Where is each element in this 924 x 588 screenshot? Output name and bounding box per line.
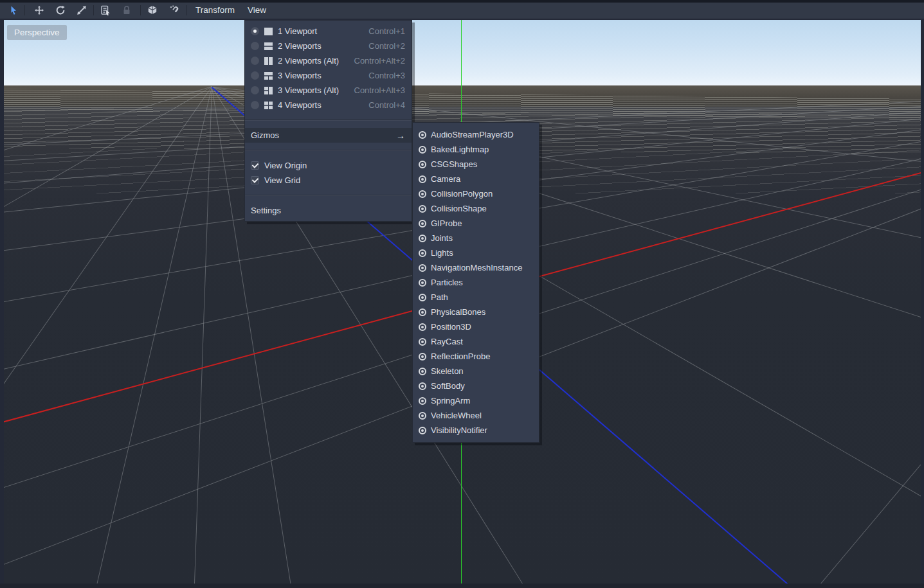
layout-1-viewport-icon <box>264 27 273 36</box>
gizmo-item[interactable]: Particles <box>413 275 539 290</box>
menu-item-label: View Grid <box>264 175 405 185</box>
gizmo-item-label: CollisionPolygon <box>431 189 493 199</box>
godot-3d-editor: { "toolbar": { "icons": ["select-tool","… <box>0 0 924 588</box>
transform-menu-button[interactable]: Transform <box>192 3 239 19</box>
group-cube-icon[interactable] <box>147 4 158 16</box>
visibility-icon <box>419 190 426 198</box>
menu-item-gizmos[interactable]: Gizmos → <box>245 128 412 143</box>
menu-item-view-origin[interactable]: View Origin <box>245 158 412 173</box>
gizmo-item[interactable]: Camera <box>413 172 539 186</box>
menu-shortcut: Control+Alt+3 <box>354 85 406 95</box>
gizmo-item[interactable]: GIProbe <box>413 216 539 231</box>
gizmo-item-label: Particles <box>431 278 463 287</box>
radio-icon <box>251 71 259 80</box>
gizmo-item-label: Lights <box>431 248 453 258</box>
gizmo-item-label: ReflectionProbe <box>431 352 491 361</box>
layout-2-viewports-icon <box>264 42 273 51</box>
radio-icon <box>251 101 259 109</box>
visibility-icon <box>419 249 426 257</box>
gizmo-item-label: Skeleton <box>431 366 464 376</box>
gizmo-item[interactable]: AudioStreamPlayer3D <box>413 127 539 142</box>
gizmo-item-label: PhysicalBones <box>431 307 485 317</box>
visibility-icon <box>419 412 426 420</box>
gizmo-item[interactable]: VisibilityNotifier <box>413 423 539 438</box>
visibility-icon <box>419 397 426 405</box>
gizmo-item[interactable]: NavigationMeshInstance <box>413 260 539 275</box>
gizmo-item[interactable]: RayCast <box>413 334 539 349</box>
gizmo-item[interactable]: CollisionPolygon <box>413 186 539 201</box>
menu-separator <box>245 150 412 151</box>
gizmo-item[interactable]: VehicleWheel <box>413 408 539 423</box>
gizmo-item-label: VehicleWheel <box>431 411 482 420</box>
menu-item-label: 1 Viewport <box>278 26 368 36</box>
gizmo-item[interactable]: Joints <box>413 231 539 245</box>
menu-shortcut: Control+3 <box>368 71 405 80</box>
visibility-icon <box>419 279 426 287</box>
visibility-icon <box>419 294 426 301</box>
gizmo-item[interactable]: Path <box>413 290 539 305</box>
gizmo-item-label: BakedLightmap <box>431 145 489 154</box>
gizmo-item-label: RayCast <box>431 337 463 346</box>
layout-4-viewports-icon <box>264 101 273 110</box>
visibility-icon <box>419 353 426 361</box>
rotate-tool-icon[interactable] <box>55 4 66 16</box>
radio-icon <box>251 57 259 65</box>
radio-icon <box>251 27 259 35</box>
gizmo-item[interactable]: CSGShapes <box>413 157 539 172</box>
visibility-icon <box>419 338 426 346</box>
menu-item-2-viewports[interactable]: 2 Viewports Control+2 <box>245 39 412 53</box>
menu-item-3-viewports[interactable]: 3 Viewports Control+3 <box>245 68 412 83</box>
gizmo-item[interactable]: Skeleton <box>413 364 539 379</box>
menu-item-1-viewport[interactable]: 1 Viewport Control+1 <box>245 24 412 39</box>
layout-2-viewports-alt-icon <box>264 57 273 66</box>
gizmo-item-label: Camera <box>431 174 460 184</box>
select-tool-icon[interactable] <box>8 4 19 16</box>
gizmo-item-label: Position3D <box>431 322 471 332</box>
lock-icon[interactable] <box>121 4 132 16</box>
snap-magnet-icon[interactable] <box>168 4 180 16</box>
menu-item-4-viewports[interactable]: 4 Viewports Control+4 <box>245 98 412 112</box>
checkbox-icon <box>251 176 259 184</box>
gizmo-item[interactable]: CollisionShape <box>413 201 539 216</box>
visibility-icon <box>419 131 426 139</box>
perspective-label[interactable]: Perspective <box>7 25 67 40</box>
gizmo-item-label: Path <box>431 292 448 302</box>
menu-shortcut: Control+Alt+2 <box>354 56 406 66</box>
menu-item-label: 2 Viewports <box>278 41 368 51</box>
menu-item-view-grid[interactable]: View Grid <box>245 173 412 188</box>
list-select-tool-icon[interactable] <box>100 4 111 16</box>
visibility-icon <box>419 205 426 213</box>
menu-separator <box>245 120 412 121</box>
view-menu-button[interactable]: View <box>244 3 270 19</box>
scale-tool-icon[interactable] <box>76 4 87 16</box>
visibility-icon <box>419 368 426 375</box>
layout-3-viewports-icon <box>264 71 273 80</box>
visibility-icon <box>419 264 426 272</box>
menu-shortcut: Control+2 <box>368 41 405 51</box>
toolbar-separator <box>140 5 141 15</box>
gizmo-item-label: GIProbe <box>431 218 462 228</box>
gizmo-item[interactable]: Lights <box>413 245 539 260</box>
gizmo-item[interactable]: PhysicalBones <box>413 305 539 319</box>
gizmo-item-label: VisibilityNotifier <box>431 425 487 435</box>
menu-item-label: 2 Viewports (Alt) <box>278 56 354 66</box>
visibility-icon <box>419 382 426 390</box>
gizmo-item[interactable]: SpringArm <box>413 393 539 408</box>
gizmo-item-label: CSGShapes <box>431 159 477 169</box>
gizmos-submenu-popup: AudioStreamPlayer3DBakedLightmapCSGShape… <box>412 122 539 443</box>
layout-3-viewports-alt-icon <box>264 86 273 95</box>
gizmo-item[interactable]: ReflectionProbe <box>413 349 539 364</box>
move-tool-icon[interactable] <box>33 4 45 16</box>
menu-item-2-viewports-alt[interactable]: 2 Viewports (Alt) Control+Alt+2 <box>245 53 412 68</box>
visibility-icon <box>419 427 426 434</box>
gizmo-item[interactable]: SoftBody <box>413 379 539 393</box>
gizmos-submenu-list: AudioStreamPlayer3DBakedLightmapCSGShape… <box>413 127 539 438</box>
menu-item-label: 3 Viewports <box>278 71 368 80</box>
visibility-icon <box>419 323 426 331</box>
gizmo-item[interactable]: Position3D <box>413 319 539 334</box>
menu-item-3-viewports-alt[interactable]: 3 Viewports (Alt) Control+Alt+3 <box>245 83 412 98</box>
menu-item-settings[interactable]: Settings <box>245 203 412 218</box>
gizmo-item-label: AudioStreamPlayer3D <box>431 130 514 139</box>
menu-item-label: Gizmos <box>251 130 396 140</box>
gizmo-item[interactable]: BakedLightmap <box>413 142 539 157</box>
